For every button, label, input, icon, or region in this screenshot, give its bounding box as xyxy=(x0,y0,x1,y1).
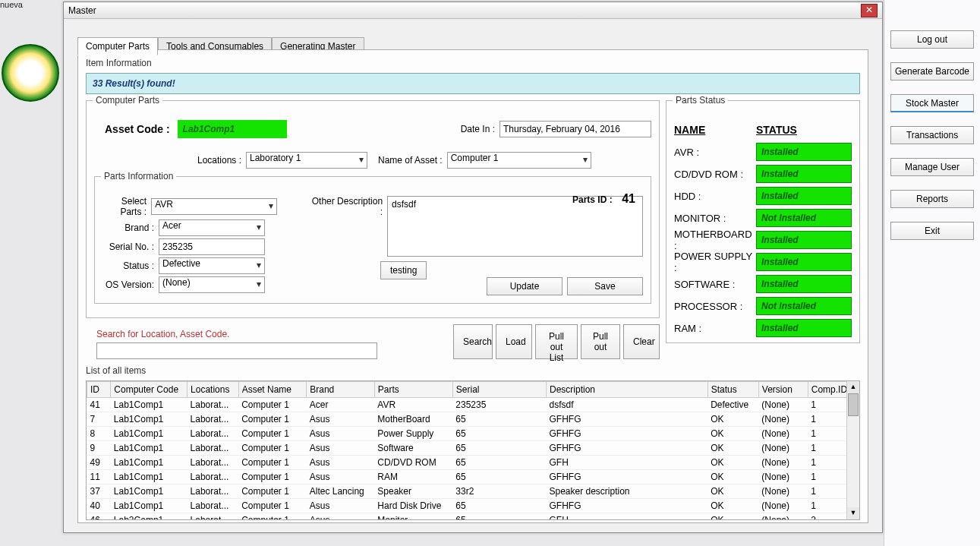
table-cell: GFHFG xyxy=(546,470,707,484)
load-button[interactable]: Load xyxy=(496,324,532,359)
table-scrollbar[interactable]: ▲ ▼ xyxy=(846,381,859,519)
table-cell: RAM xyxy=(374,470,452,484)
scroll-up-icon[interactable]: ▲ xyxy=(847,381,859,393)
table-row[interactable]: 8Lab1Comp1Laborat...Computer 1AsusPower … xyxy=(87,427,859,441)
table-cell: Defective xyxy=(707,398,758,412)
sidebar-generate-barcode[interactable]: Generate Barcode xyxy=(890,62,974,80)
ps-status: Installed xyxy=(756,165,852,183)
table-cell: (None) xyxy=(758,441,808,456)
item-info-label: Item Information xyxy=(86,58,860,68)
table-cell: 65 xyxy=(452,470,546,484)
table-cell: Laborat... xyxy=(187,470,239,484)
search-input[interactable] xyxy=(96,342,377,359)
col-header[interactable]: Locations xyxy=(187,382,239,398)
table-row[interactable]: 9Lab1Comp1Laborat...Computer 1AsusSoftwa… xyxy=(87,441,859,456)
os-label: OS Version: xyxy=(102,279,159,290)
os-combo[interactable]: (None) xyxy=(159,276,265,293)
scroll-down-icon[interactable]: ▼ xyxy=(847,507,859,519)
table-cell: Altec Lancing xyxy=(307,484,375,499)
table-cell: Speaker xyxy=(374,484,452,499)
titlebar: Master ✕ xyxy=(64,2,882,19)
nameasset-combo[interactable]: Computer 1 xyxy=(447,152,591,169)
sidebar-transactions[interactable]: Transactions xyxy=(890,126,974,144)
table-row[interactable]: 40Lab1Comp1Laborat...Computer 1AsusHard … xyxy=(87,499,859,513)
parts-info-group: Parts Information Select Parts :AVR Bran… xyxy=(94,176,651,304)
ps-status: Installed xyxy=(756,275,852,293)
status-label: Status : xyxy=(102,260,159,271)
table-row[interactable]: 7Lab1Comp1Laborat...Computer 1AsusMother… xyxy=(87,412,859,427)
table-row[interactable]: 41Lab1Comp1Laborat...Computer 1AcerAVR23… xyxy=(87,398,859,412)
col-header[interactable]: Asset Name xyxy=(238,382,307,398)
col-header[interactable]: Parts xyxy=(374,382,452,398)
sidebar-manage-user[interactable]: Manage User xyxy=(890,158,974,176)
col-header[interactable]: ID xyxy=(87,382,111,398)
table-cell: Laborat... xyxy=(187,499,239,513)
table-cell: Lab1Comp1 xyxy=(111,499,187,513)
datein-input[interactable] xyxy=(499,121,651,137)
brand-combo[interactable]: Acer xyxy=(159,219,265,236)
update-button[interactable]: Update xyxy=(487,277,562,295)
sidebar-reports[interactable]: Reports xyxy=(890,190,974,208)
table-row[interactable]: 11Lab1Comp1Laborat...Computer 1AsusRAM65… xyxy=(87,470,859,484)
pullout-list-button[interactable]: Pull out List xyxy=(535,324,578,359)
table-cell: 65 xyxy=(452,456,546,470)
table-cell: OK xyxy=(707,484,758,499)
sidebar-exit[interactable]: Exit xyxy=(890,222,974,240)
table-cell: OK xyxy=(707,470,758,484)
table-cell: Laborat... xyxy=(187,456,239,470)
table-cell: 9 xyxy=(87,441,111,456)
table-cell: (None) xyxy=(758,513,808,521)
list-label: List of all items xyxy=(86,365,860,376)
ps-label: SOFTWARE : xyxy=(674,279,756,290)
table-cell: CD/DVD ROM xyxy=(374,456,452,470)
parts-info-legend: Parts Information xyxy=(101,171,176,181)
close-button[interactable]: ✕ xyxy=(861,4,878,17)
tab-computer-parts[interactable]: Computer Parts xyxy=(77,37,158,55)
table-cell: Laborat... xyxy=(187,398,239,412)
table-cell: Software xyxy=(374,441,452,456)
col-header[interactable]: Description xyxy=(546,382,707,398)
scroll-thumb[interactable] xyxy=(848,393,859,416)
table-row[interactable]: 37Lab1Comp1Laborat...Computer 1Altec Lan… xyxy=(87,484,859,499)
ps-status: Installed xyxy=(756,143,852,161)
table-cell: 46 xyxy=(87,513,111,521)
table-cell: Computer 1 xyxy=(238,456,307,470)
window-title: Master xyxy=(68,2,96,18)
col-header[interactable]: Computer Code xyxy=(111,382,187,398)
col-header[interactable]: Brand xyxy=(307,382,375,398)
table-cell: 65 xyxy=(452,441,546,456)
table-cell: 41 xyxy=(87,398,111,412)
table-cell: Computer 1 xyxy=(238,513,307,521)
serial-input[interactable] xyxy=(159,238,265,255)
save-button[interactable]: Save xyxy=(567,277,643,295)
locations-combo[interactable]: Laboratory 1 xyxy=(246,152,367,169)
ps-label: POWER SUPPLY : xyxy=(674,251,756,273)
items-table[interactable]: IDComputer CodeLocationsAsset NameBrandP… xyxy=(87,381,859,520)
pullout-button[interactable]: Pull out xyxy=(581,324,620,359)
search-button[interactable]: Search xyxy=(453,324,493,359)
table-cell: OK xyxy=(707,499,758,513)
table-row[interactable]: 46Lab2Comp1Laborat...Computer 1AsusMonit… xyxy=(87,513,859,521)
table-cell: GFH xyxy=(546,456,707,470)
sidebar-stock-master[interactable]: Stock Master xyxy=(890,94,974,112)
col-header[interactable]: Version xyxy=(758,382,808,398)
table-row[interactable]: 49Lab1Comp1Laborat...Computer 1AsusCD/DV… xyxy=(87,456,859,470)
testing-button[interactable]: testing xyxy=(380,261,427,279)
table-cell: (None) xyxy=(758,412,808,427)
col-header[interactable]: Serial xyxy=(452,382,546,398)
sidebar-log-out[interactable]: Log out xyxy=(890,30,974,49)
select-parts-label: Select Parts : xyxy=(102,196,151,217)
col-header[interactable]: Status xyxy=(707,382,758,398)
computer-parts-group: Computer Parts Asset Code : Lab1Comp1 Da… xyxy=(86,100,660,318)
table-cell: Computer 1 xyxy=(238,484,307,499)
table-cell: OK xyxy=(707,456,758,470)
clear-button[interactable]: Clear xyxy=(623,324,660,359)
table-cell: Lab1Comp1 xyxy=(111,456,187,470)
select-parts-combo[interactable]: AVR xyxy=(151,198,277,215)
ps-label: MONITOR : xyxy=(674,213,756,224)
table-cell: 8 xyxy=(87,427,111,441)
status-combo[interactable]: Defective xyxy=(159,257,265,274)
ps-label: RAM : xyxy=(674,323,756,334)
table-cell: (None) xyxy=(758,470,808,484)
table-cell: Laborat... xyxy=(187,412,239,427)
